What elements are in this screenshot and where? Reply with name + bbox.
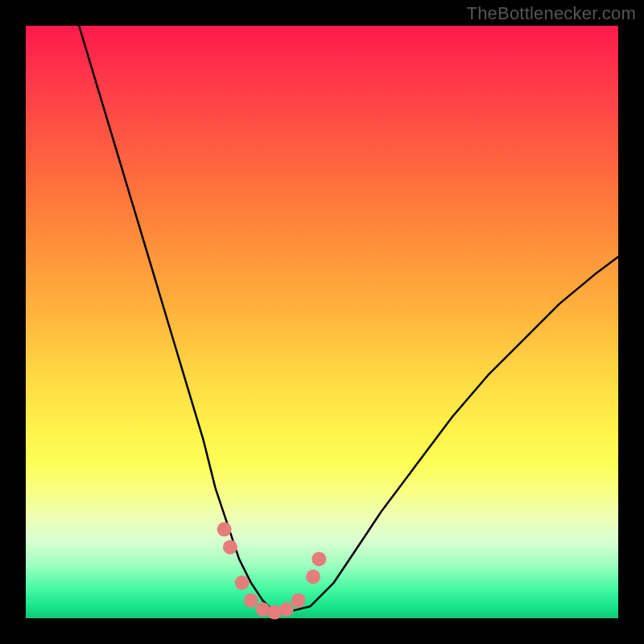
curve-layer — [26, 26, 618, 618]
data-marker — [291, 593, 306, 608]
data-marker — [312, 551, 326, 566]
plot-area — [26, 26, 618, 618]
data-marker — [223, 540, 237, 555]
marker-group — [217, 522, 327, 620]
data-marker — [306, 570, 320, 584]
bottleneck-curve-path — [79, 26, 618, 613]
data-marker — [244, 593, 258, 608]
bottleneck-curve — [79, 26, 618, 613]
chart-frame: TheBottlenecker.com — [0, 0, 644, 644]
attribution-label: TheBottlenecker.com — [467, 3, 636, 24]
data-marker — [235, 576, 250, 590]
data-marker — [217, 522, 232, 537]
data-marker — [279, 602, 294, 617]
